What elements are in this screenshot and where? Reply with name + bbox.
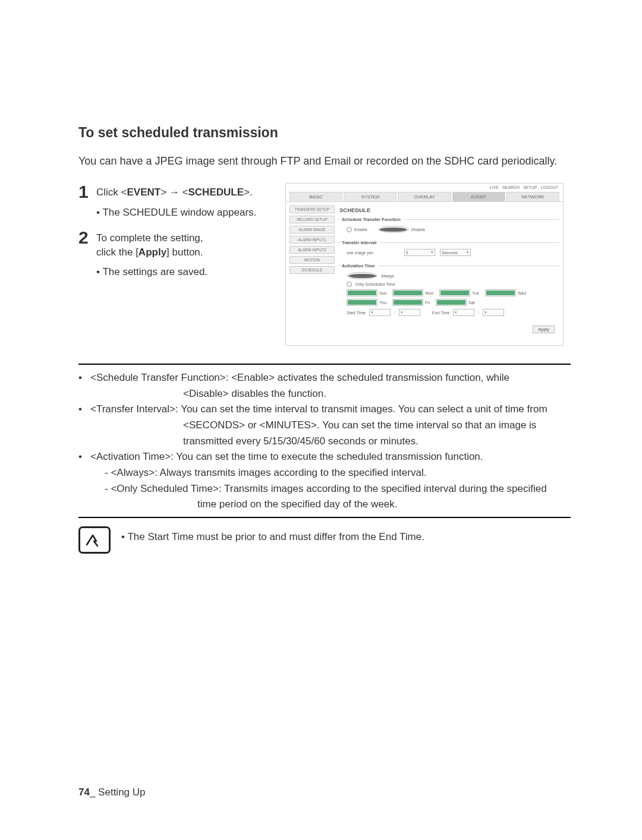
step-number-1: 1 bbox=[78, 183, 92, 201]
screenshot-topnav: LIVE SEARCH SETUP LOGOUT bbox=[286, 184, 563, 192]
legend: Activation Time bbox=[341, 263, 379, 269]
chk-day[interactable] bbox=[392, 289, 423, 296]
interval-value-select[interactable]: 5 bbox=[404, 249, 435, 256]
step-2-text: To complete the setting, click the [Appl… bbox=[96, 229, 203, 260]
label: Enable bbox=[354, 228, 367, 232]
sidebar-item[interactable]: ALARM INPUT1 bbox=[289, 236, 335, 244]
fieldset-transfer-function: Schedule Transfer Function Enable Disabl… bbox=[338, 217, 559, 235]
label: Disable bbox=[411, 228, 425, 232]
t: To complete the setting, bbox=[96, 232, 203, 244]
def-schedule-transfer-2: <Disable> disables the function. bbox=[90, 387, 571, 402]
tab-network[interactable]: NETWORK bbox=[506, 192, 559, 201]
apply-button[interactable]: Apply bbox=[533, 326, 555, 333]
radio-disable[interactable] bbox=[378, 226, 409, 233]
def-only-scheduled-2: time period on the specified day of the … bbox=[90, 497, 571, 512]
chk-day[interactable] bbox=[436, 299, 467, 306]
label: Start Time bbox=[347, 311, 366, 315]
l: Mon bbox=[425, 291, 433, 295]
radio-only-scheduled[interactable] bbox=[347, 282, 352, 287]
sidebar-item[interactable]: RECORD SETUP bbox=[289, 216, 335, 223]
l: Sun bbox=[379, 291, 386, 295]
sep: _ bbox=[90, 787, 95, 798]
page-number: 74 bbox=[78, 787, 90, 798]
definitions: •<Schedule Transfer Function>: <Enable> … bbox=[78, 371, 571, 512]
screenshot-tabs: BASIC SYSTEM OVERLAY EVENT NETWORK bbox=[286, 192, 563, 201]
def-only-scheduled: - <Only Scheduled Time>: Transmits image… bbox=[105, 482, 571, 497]
chk-day[interactable] bbox=[485, 289, 516, 296]
start-h[interactable] bbox=[369, 309, 391, 316]
chk-day[interactable] bbox=[347, 289, 377, 296]
radio-enable[interactable] bbox=[347, 227, 352, 232]
v: 5 bbox=[406, 251, 408, 255]
step-1-sub: The SCHEDULE window appears. bbox=[96, 206, 276, 220]
sidebar-item[interactable]: ALARM IMAGE bbox=[289, 226, 335, 233]
tab-system[interactable]: SYSTEM bbox=[344, 192, 396, 201]
l: Wed bbox=[518, 291, 526, 295]
t: Apply bbox=[139, 247, 166, 258]
label: Only Scheduled Time bbox=[355, 282, 395, 286]
tab-overlay[interactable]: OVERLAY bbox=[398, 192, 451, 201]
tab-event[interactable]: EVENT bbox=[452, 192, 505, 201]
t: ] button. bbox=[166, 247, 203, 258]
end-h[interactable] bbox=[453, 309, 474, 316]
nav-setup[interactable]: SETUP bbox=[523, 185, 537, 190]
def-always: - <Always>: Always transmits images acco… bbox=[105, 466, 571, 481]
t: SCHEDULE bbox=[188, 187, 244, 198]
intro-text: You can have a JPEG image sent through F… bbox=[78, 154, 571, 169]
v: Seconds bbox=[442, 251, 458, 255]
l: Fri bbox=[425, 301, 430, 305]
arrow-icon: → bbox=[169, 187, 180, 198]
start-m[interactable] bbox=[399, 309, 420, 316]
def-transfer-interval-3: transmitted every 5/15/30/45/60 seconds … bbox=[90, 434, 571, 449]
legend: Schedule Transfer Function bbox=[341, 217, 404, 222]
end-m[interactable] bbox=[483, 309, 504, 316]
label: one image per bbox=[347, 251, 373, 255]
chk-day[interactable] bbox=[392, 299, 423, 306]
step-2-sub: The settings are saved. bbox=[96, 265, 276, 280]
page-footer: 74_ Setting Up bbox=[78, 787, 146, 798]
section-heading: To set scheduled transmission bbox=[78, 125, 571, 141]
interval-unit-select[interactable]: Seconds bbox=[440, 249, 471, 256]
sidebar-item[interactable]: SCHEDULE bbox=[289, 266, 335, 274]
def-transfer-interval: <Transfer Interval>: You can set the tim… bbox=[90, 402, 571, 417]
def-transfer-interval-2: <SECONDS> or <MINUTES>. You can set the … bbox=[90, 418, 571, 433]
screenshot: LIVE SEARCH SETUP LOGOUT BASIC SYSTEM OV… bbox=[285, 183, 564, 346]
nav-search[interactable]: SEARCH bbox=[502, 185, 520, 190]
l: Sat bbox=[468, 301, 475, 305]
fieldset-interval: Transfer Interval one image per 5 Second… bbox=[338, 240, 559, 258]
radio-always[interactable] bbox=[347, 272, 377, 279]
panel-title: SCHEDULE bbox=[339, 207, 559, 213]
l: Tue bbox=[472, 291, 479, 295]
nav-logout[interactable]: LOGOUT bbox=[540, 185, 558, 190]
screenshot-sidebar: TRANSFER SETUP RECORD SETUP ALARM IMAGE … bbox=[289, 206, 335, 274]
def-activation-time: <Activation Time>: You can set the time … bbox=[90, 450, 571, 465]
t: EVENT bbox=[127, 187, 160, 198]
label: Always bbox=[381, 274, 394, 278]
divider bbox=[78, 517, 571, 518]
tab-basic[interactable]: BASIC bbox=[289, 192, 342, 201]
t: < bbox=[180, 187, 188, 198]
t: Click < bbox=[96, 187, 127, 198]
nav-live[interactable]: LIVE bbox=[490, 185, 499, 190]
t: >. bbox=[244, 187, 253, 198]
label: End Time bbox=[432, 311, 450, 315]
legend: Transfer Interval bbox=[341, 240, 380, 245]
chk-day[interactable] bbox=[347, 299, 377, 306]
divider bbox=[78, 364, 571, 365]
step-number-2: 2 bbox=[78, 229, 92, 247]
t: click the [ bbox=[96, 247, 139, 258]
sidebar-item[interactable]: ALARM INPUT2 bbox=[289, 246, 335, 254]
note-icon bbox=[78, 526, 111, 554]
sidebar-item[interactable]: MOTION bbox=[289, 256, 335, 264]
t: > bbox=[160, 187, 169, 198]
step-1-text: Click <EVENT> → <SCHEDULE>. bbox=[96, 183, 253, 200]
note-text: The Start Time must be prior to and must… bbox=[121, 526, 424, 545]
section-name: Setting Up bbox=[95, 787, 145, 798]
sidebar-item[interactable]: TRANSFER SETUP bbox=[289, 206, 335, 213]
fieldset-activation: Activation Time Always Only Scheduled Ti… bbox=[338, 263, 559, 318]
def-schedule-transfer: <Schedule Transfer Function>: <Enable> a… bbox=[90, 371, 571, 386]
chk-day[interactable] bbox=[439, 289, 470, 296]
l: Thu bbox=[379, 301, 386, 305]
